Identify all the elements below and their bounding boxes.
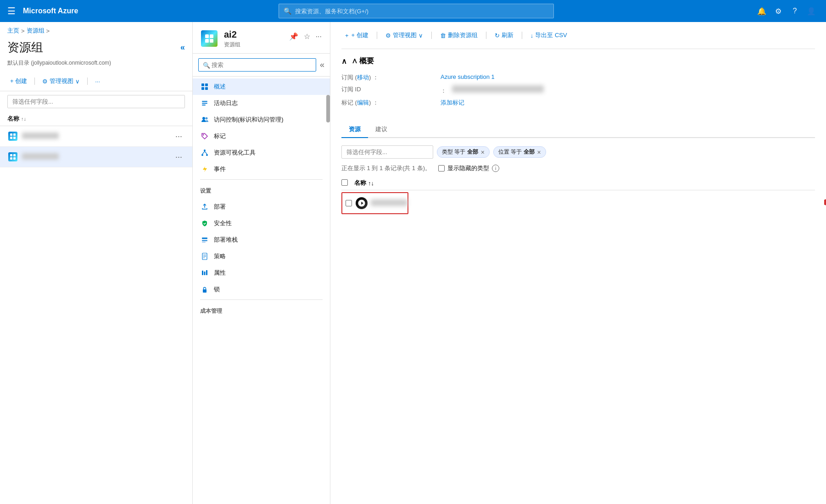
table-row[interactable] <box>341 192 408 214</box>
row-name-blurred <box>371 199 407 206</box>
add-tags-link[interactable]: 添加标记 <box>441 99 464 106</box>
global-search-input[interactable] <box>295 8 549 15</box>
table-header-checkbox[interactable] <box>341 179 348 186</box>
nav-divider-1 <box>200 179 323 180</box>
list-item[interactable]: ··· <box>0 126 192 147</box>
right-toolbar-sep-2 <box>431 32 432 39</box>
lock-icon <box>200 285 209 294</box>
manage-view-btn-left[interactable]: ⚙ 管理视图 ∨ <box>39 75 83 87</box>
nav-item-tags[interactable]: 标记 <box>193 128 330 144</box>
people-icon <box>200 115 209 124</box>
nav-collapse-icon[interactable]: « <box>320 60 324 70</box>
svg-rect-7 <box>13 157 16 160</box>
bars-icon <box>200 268 209 277</box>
nav-search-icon: 🔍 <box>203 61 210 68</box>
bolt-icon <box>200 165 209 174</box>
move-link[interactable]: 移动 <box>357 74 369 81</box>
document-icon <box>200 252 209 261</box>
row-checkbox[interactable] <box>342 200 355 206</box>
show-hidden-toggle[interactable]: 显示隐藏的类型 i <box>438 164 499 172</box>
nav-item-resource-visual-label: 资源可视化工具 <box>214 149 256 157</box>
resource-header-icon <box>200 29 218 48</box>
list-item[interactable]: ··· <box>0 147 192 167</box>
subscription-link[interactable]: Azure subscription 1 <box>441 73 495 80</box>
resource-header-type: 资源组 <box>224 41 283 49</box>
chevron-up-icon: ∧ <box>341 57 347 66</box>
nav-item-activity-log[interactable]: 活动日志 <box>193 95 330 111</box>
nav-item-events-label: 事件 <box>214 165 226 173</box>
show-hidden-checkbox[interactable] <box>438 165 445 172</box>
row-checkbox-item[interactable] <box>346 200 352 206</box>
breadcrumb-sep2: > <box>46 28 50 34</box>
tags-label: 标记 (编辑) ： <box>341 99 433 107</box>
delete-resource-group-btn[interactable]: 🗑 删除资源组 <box>436 29 481 41</box>
ellipsis-icon[interactable]: ··· <box>315 32 323 42</box>
svg-rect-17 <box>202 103 207 104</box>
settings-icon[interactable]: ⚙ <box>771 4 786 18</box>
global-search-bar[interactable]: 🔍 <box>279 4 554 18</box>
nav-item-deployment-stack[interactable]: 部署堆栈 <box>193 232 330 248</box>
left-toolbar: + 创建 ⚙ 管理视图 ∨ ··· <box>0 72 192 91</box>
export-csv-btn[interactable]: ↓ 导出至 CSV <box>527 29 571 41</box>
stack-icon <box>200 235 209 244</box>
row-icon-ai <box>355 197 368 210</box>
nav-item-policy[interactable]: 策略 <box>193 248 330 265</box>
filter-tag-location-close[interactable]: × <box>537 149 541 156</box>
svg-point-20 <box>206 117 208 120</box>
tab-recommendations[interactable]: 建议 <box>368 122 395 138</box>
star-icon[interactable]: ☆ <box>303 31 311 42</box>
left-filter-input[interactable] <box>7 95 185 108</box>
filter-tag-type-close[interactable]: × <box>481 149 485 156</box>
tab-resources[interactable]: 资源 <box>341 122 368 138</box>
svg-rect-35 <box>204 271 206 275</box>
trash-icon: 🗑 <box>440 32 446 39</box>
user-avatar[interactable]: 👤 <box>804 4 819 18</box>
left-panel-collapse-btn[interactable]: « <box>180 43 185 52</box>
nav-item-security[interactable]: 安全性 <box>193 215 330 232</box>
breadcrumb-home[interactable]: 主页 <box>7 27 19 35</box>
info-icon[interactable]: i <box>492 165 499 172</box>
resource-more-btn-1[interactable]: ··· <box>173 131 185 141</box>
nav-item-lock[interactable]: 锁 <box>193 281 330 298</box>
show-hidden-label: 显示隐藏的类型 <box>447 164 489 172</box>
breadcrumb-resource-group[interactable]: 资源组 <box>27 27 45 35</box>
refresh-btn[interactable]: ↻ 刷新 <box>491 29 517 41</box>
create-btn-right[interactable]: + + 创建 <box>341 29 372 41</box>
tabs-row: 资源 建议 <box>341 122 815 138</box>
nav-item-deployment[interactable]: 部署 <box>193 199 330 215</box>
svg-rect-11 <box>210 39 213 43</box>
nav-item-resource-visual[interactable]: 资源可视化工具 <box>193 144 330 161</box>
svg-rect-15 <box>205 87 208 90</box>
sort-icon-left[interactable]: ↑↓ <box>21 116 26 122</box>
svg-rect-10 <box>205 39 209 43</box>
cost-section-title: 成本管理 <box>193 302 330 317</box>
nav-item-overview[interactable]: 概述 <box>193 78 330 95</box>
resource-more-btn-2[interactable]: ··· <box>173 152 185 162</box>
middle-panel: ai2 资源组 📌 ☆ ··· 🔍 « <box>193 22 330 504</box>
manage-view-btn-right[interactable]: ⚙ 管理视图 ∨ <box>382 29 427 41</box>
hamburger-menu[interactable]: ☰ <box>7 6 16 17</box>
tags-value: 添加标记 <box>441 99 815 107</box>
svg-rect-13 <box>205 83 208 86</box>
svg-rect-3 <box>13 137 16 139</box>
scrollbar-thumb[interactable] <box>326 95 330 122</box>
nav-item-deployment-label: 部署 <box>214 203 226 211</box>
gear-icon-left: ⚙ <box>42 78 48 85</box>
svg-rect-37 <box>203 289 206 293</box>
resources-filter-input[interactable] <box>341 145 433 159</box>
more-btn-left[interactable]: ··· <box>92 76 103 87</box>
table-row-container <box>341 190 815 214</box>
nav-item-events[interactable]: 事件 <box>193 161 330 177</box>
nav-item-attributes[interactable]: 属性 <box>193 265 330 281</box>
pin-icon[interactable]: 📌 <box>288 31 299 42</box>
resource-name-2 <box>22 153 169 161</box>
resource-header: ai2 资源组 📌 ☆ ··· <box>193 22 330 54</box>
nav-search-input[interactable] <box>198 58 316 72</box>
help-icon[interactable]: ? <box>787 4 802 18</box>
nav-item-access-control[interactable]: 访问控制(标识和访问管理) <box>193 111 330 128</box>
edit-tags-link[interactable]: 编辑 <box>357 99 369 106</box>
notifications-icon[interactable]: 🔔 <box>754 4 769 18</box>
create-btn-left[interactable]: + 创建 <box>7 75 30 87</box>
right-panel: + + 创建 ⚙ 管理视图 ∨ 🗑 删除资源组 ↻ 刷新 ↓ 导出至 <box>330 22 826 504</box>
sort-icon-table[interactable]: ↑↓ <box>368 180 374 187</box>
